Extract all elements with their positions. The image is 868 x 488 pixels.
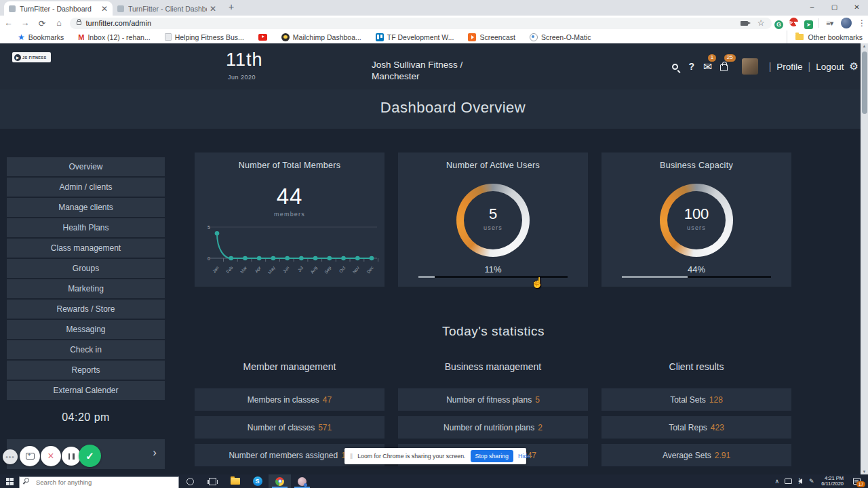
sidebar-item-admin-clients[interactable]: Admin / clients — [7, 178, 165, 197]
settings-gear-icon[interactable]: ⚙ — [850, 60, 859, 73]
pen-icon[interactable]: ✎ — [806, 478, 817, 485]
gmail-icon: M — [78, 33, 84, 41]
home-icon[interactable]: ⌂ — [51, 18, 68, 28]
notification-center-button[interactable]: 17 — [848, 474, 865, 488]
chrome-button[interactable] — [269, 474, 291, 488]
sidebar-item-rewards-store[interactable]: Rewards / Store — [7, 300, 165, 319]
header-date-sub: Jun 2020 — [228, 74, 256, 81]
volume-icon[interactable] — [794, 479, 806, 484]
extension-icon[interactable] — [786, 17, 801, 29]
bookmark-item[interactable] — [258, 34, 267, 41]
browser-tab[interactable]: TurnFitter - Dashboard✕ — [4, 1, 113, 16]
sidebar-item-check-in[interactable]: Check in — [7, 340, 165, 359]
recorder-app-button[interactable] — [291, 474, 313, 488]
logo-text: JS FITNESS — [22, 56, 46, 60]
page-scrollbar[interactable]: ▲ ▼ — [861, 43, 868, 474]
bookmarks-bar: ★BookmarksMInbox (12) - rehan...Helping … — [0, 30, 868, 43]
svg-text:Feb: Feb — [225, 265, 234, 274]
bookmark-item[interactable]: Helping Fitness Bus... — [165, 33, 244, 41]
forward-icon[interactable]: → — [17, 18, 34, 28]
tab-camera-icon[interactable] — [741, 21, 748, 26]
taskbar-search[interactable] — [19, 475, 179, 487]
maximize-button[interactable]: ▢ — [823, 0, 846, 15]
browser-tab[interactable]: TurnFitter - Client Dashboard✕ — [113, 1, 221, 16]
cortana-button[interactable] — [179, 474, 201, 488]
extension-icon[interactable]: ➤ — [801, 17, 816, 29]
bookmark-item[interactable]: TF Development W... — [376, 33, 454, 41]
stat-label: Members in classes — [248, 395, 319, 405]
bookmark-item[interactable]: MInbox (12) - rehan... — [78, 33, 150, 41]
scrollbar-thumb[interactable] — [862, 52, 867, 114]
user-avatar[interactable] — [742, 58, 758, 75]
start-button[interactable] — [0, 474, 19, 488]
tab-close-icon[interactable]: ✕ — [101, 4, 108, 14]
sidebar-item-health-plans[interactable]: Health Plans — [7, 218, 165, 237]
logout-link[interactable]: Logout — [816, 62, 844, 72]
cart-icon[interactable]: 25 — [716, 58, 732, 75]
loom-finish-button[interactable]: ✓ — [79, 445, 101, 467]
total-members-card: Number of Total Members 44 members 50Jan… — [195, 152, 384, 287]
minimize-button[interactable]: – — [801, 0, 823, 15]
loom-pause-button[interactable] — [62, 447, 81, 466]
network-icon[interactable] — [783, 479, 794, 484]
back-icon[interactable]: ← — [0, 18, 17, 28]
mail-icon[interactable]: ✉ 1 — [700, 58, 716, 75]
active-users-card: Number of Active Users 5 users 11% — [398, 152, 588, 287]
browser-profile-avatar[interactable] — [841, 18, 852, 28]
tray-expand-icon[interactable]: ∧ — [771, 478, 783, 485]
cortana-icon — [186, 478, 194, 485]
sidebar-item-manage-clients[interactable]: Manage clients — [7, 198, 165, 217]
search-icon[interactable] — [667, 58, 684, 75]
search-input[interactable] — [19, 476, 179, 488]
bookmark-item[interactable]: Mailchimp Dashboa... — [281, 33, 361, 41]
task-view-button[interactable] — [201, 474, 224, 488]
stat-value: 5 — [535, 395, 540, 405]
sidebar-item-groups[interactable]: Groups — [7, 259, 165, 278]
chevron-right-icon[interactable]: › — [153, 446, 157, 460]
stat-label: Number of members assigned — [229, 451, 338, 460]
browser-menu-icon[interactable]: ⋮ — [856, 18, 868, 28]
scroll-up-icon[interactable]: ▲ — [861, 44, 868, 48]
other-bookmarks[interactable]: Other bookmarks — [787, 30, 863, 43]
loom-camera-button[interactable] — [20, 446, 40, 466]
address-bar[interactable]: turnfitter.com/admin ☆ — [70, 18, 772, 29]
loom-more-button[interactable]: ••• — [3, 449, 18, 464]
stat-row: Average Sets2.91 — [601, 444, 791, 466]
close-button[interactable]: ✕ — [846, 0, 868, 15]
bookmark-star-icon[interactable]: ☆ — [757, 18, 765, 28]
bookmark-item[interactable]: Screencast — [468, 33, 515, 41]
skype-button[interactable]: S — [246, 474, 269, 488]
sidebar-item-overview[interactable]: Overview — [7, 157, 165, 176]
active-users-unit: users — [456, 224, 530, 231]
sidebar-item-class-management[interactable]: Class management — [7, 239, 165, 258]
bookmark-item[interactable]: ★Bookmarks — [18, 33, 64, 42]
members-line-chart: 50JanFebMarAprMayJunJulAugSepOctNovDec — [201, 220, 378, 283]
stat-label: Total Reps — [669, 423, 707, 432]
loom-cancel-button[interactable]: × — [41, 446, 61, 466]
windows-logo-icon — [6, 478, 14, 485]
bookmark-item[interactable]: Screen-O-Matic — [530, 33, 591, 41]
app-logo[interactable]: ▶ JS FITNESS — [12, 52, 51, 62]
file-explorer-button[interactable] — [224, 474, 246, 488]
stop-sharing-button[interactable]: Stop sharing — [471, 450, 513, 462]
page-title: Dashboard Overview — [195, 99, 711, 117]
scroll-down-icon[interactable]: ▼ — [861, 470, 868, 474]
tab-close-icon[interactable]: ✕ — [210, 4, 216, 14]
hide-link[interactable]: Hide — [518, 453, 531, 460]
taskbar-clock[interactable]: 4:21 PM 6/11/2020 — [817, 476, 848, 487]
svg-text:Mar: Mar — [239, 265, 248, 274]
active-users-progress-fill — [418, 276, 435, 278]
drag-handle-icon[interactable]: ‖ — [350, 453, 353, 460]
reload-icon[interactable]: ⟳ — [34, 18, 51, 28]
profile-link[interactable]: Profile — [776, 62, 802, 72]
sidebar-item-external-calender[interactable]: External Calender — [7, 381, 165, 400]
help-icon[interactable]: ? — [684, 58, 700, 75]
sidebar-item-messaging[interactable]: Messaging — [7, 320, 165, 339]
grammarly-extension-icon[interactable]: G — [772, 17, 787, 29]
sidebar-item-marketing[interactable]: Marketing — [7, 279, 165, 298]
new-tab-button[interactable]: + — [225, 1, 237, 14]
business-name: Josh Sullivan Fitness / Manchester — [372, 59, 462, 82]
sidebar-item-reports[interactable]: Reports — [7, 361, 165, 380]
reading-list-icon[interactable]: ≡▾ — [822, 19, 837, 28]
address-bar-row: ← → ⟳ ⌂ turnfitter.com/admin ☆ G ➤ ≡▾ ⋮ — [0, 16, 868, 30]
